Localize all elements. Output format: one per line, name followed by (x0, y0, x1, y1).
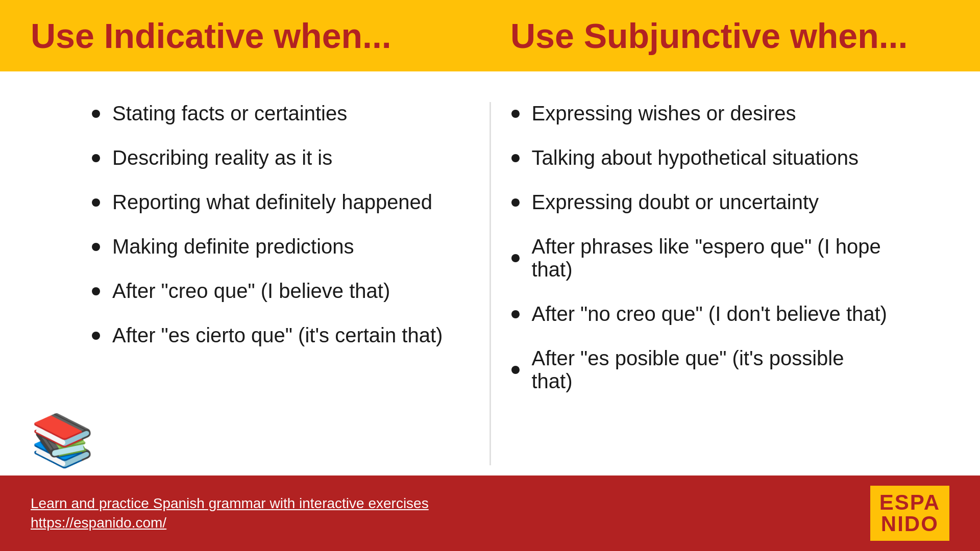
bullet-icon (92, 198, 100, 207)
list-item-text: Stating facts or certainties (112, 102, 347, 125)
list-item: Reporting what definitely happened (92, 191, 469, 214)
bullet-icon (92, 287, 100, 295)
list-item-text: After "no creo que" (I don't believe tha… (532, 303, 887, 325)
header: Use Indicative when... Use Subjunctive w… (0, 0, 980, 71)
list-item-text: Expressing wishes or desires (532, 102, 796, 125)
list-item: After "no creo que" (I don't believe tha… (511, 303, 889, 325)
list-item-text: Expressing doubt or uncertainty (532, 191, 819, 214)
list-item: Describing reality as it is (92, 146, 469, 169)
subjunctive-column: Expressing wishes or desiresTalking abou… (511, 102, 889, 465)
indicative-title: Use Indicative when... (31, 16, 470, 56)
list-item: Expressing doubt or uncertainty (511, 191, 889, 214)
footer-links: Learn and practice Spanish grammar with … (31, 495, 429, 531)
footer-url[interactable]: https://espanido.com/ (31, 515, 429, 531)
list-item: After phrases like "espero que" (I hope … (511, 235, 889, 281)
footer: Learn and practice Spanish grammar with … (0, 475, 980, 551)
list-item-text: Describing reality as it is (112, 146, 332, 169)
bullet-icon (92, 110, 100, 118)
bullet-icon (92, 332, 100, 340)
list-item-text: After phrases like "espero que" (I hope … (532, 235, 889, 281)
list-item: After "creo que" (I believe that) (92, 280, 469, 303)
list-item-text: Making definite predictions (112, 235, 354, 258)
main-content: Stating facts or certaintiesDescribing r… (0, 71, 980, 475)
books-decoration: 📚 (31, 410, 94, 470)
header-titles: Use Indicative when... Use Subjunctive w… (31, 16, 949, 56)
logo-line2: NIDO (881, 513, 939, 535)
bullet-icon (92, 154, 100, 162)
footer-link-text[interactable]: Learn and practice Spanish grammar with … (31, 495, 429, 512)
list-item: After "es posible que" (it's possible th… (511, 347, 889, 393)
list-item: Stating facts or certainties (92, 102, 469, 125)
indicative-column: Stating facts or certaintiesDescribing r… (92, 102, 469, 465)
column-divider (489, 102, 491, 465)
espanido-logo: ESPA NIDO (870, 486, 949, 541)
bullet-icon (511, 154, 520, 162)
bullet-icon (92, 243, 100, 251)
bullet-icon (511, 310, 520, 318)
list-item-text: Talking about hypothetical situations (532, 146, 859, 169)
list-item: Talking about hypothetical situations (511, 146, 889, 169)
subjunctive-title: Use Subjunctive when... (510, 16, 949, 56)
logo-line1: ESPA (879, 492, 940, 513)
list-item: After "es cierto que" (it's certain that… (92, 324, 469, 347)
list-item-text: After "creo que" (I believe that) (112, 280, 390, 303)
list-item: Making definite predictions (92, 235, 469, 258)
bullet-icon (511, 254, 520, 262)
list-item: Expressing wishes or desires (511, 102, 889, 125)
bullet-icon (511, 198, 520, 207)
bullet-icon (511, 110, 520, 118)
bullet-icon (511, 366, 520, 374)
list-item-text: Reporting what definitely happened (112, 191, 432, 214)
list-item-text: After "es posible que" (it's possible th… (532, 347, 889, 393)
list-item-text: After "es cierto que" (it's certain that… (112, 324, 443, 347)
